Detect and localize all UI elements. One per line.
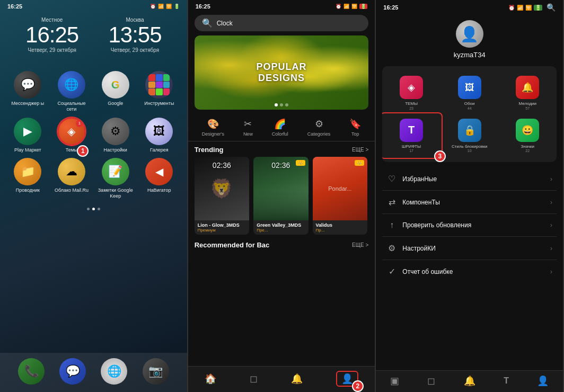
grid-fonts-count: 17 [409, 149, 413, 153]
theme-card-valley[interactable]: 02:36 👑 Green Valley_3MDS Пре... [253, 157, 308, 235]
theme-card-lion[interactable]: 🦁 02:36 Lion - Glow_3MDS Премиум [195, 157, 249, 235]
dot [87, 208, 90, 210]
validus-image: Pondar... [313, 157, 367, 220]
bug-label: Отчет об ошибке [402, 268, 453, 275]
app-cloud[interactable]: ☁ Облако Mail.Ru [52, 158, 91, 199]
nav3-profile[interactable]: 👤 [537, 375, 549, 387]
valley-image: 02:36 [253, 157, 308, 220]
nav-profile[interactable]: 👤 2 [336, 371, 358, 387]
app-notes[interactable]: 📝 Заметки Google Keep [96, 158, 135, 199]
grid-item-fonts[interactable]: T ШРИФТЫ 17 3 [382, 114, 440, 157]
tab-top[interactable]: 🔖 Top [346, 117, 364, 138]
search-bar[interactable]: 🔍 [195, 15, 369, 31]
trending-more[interactable]: ЕЩЕ > [352, 147, 368, 153]
app-navigator[interactable]: ◀ НаВигатор [140, 158, 179, 199]
search-button[interactable]: 🔍 [547, 3, 556, 12]
recommended-title: Recommended for Вас [195, 241, 270, 249]
profile-username: kyzmaT34 [454, 51, 486, 59]
nav3-home[interactable]: ▣ [390, 375, 399, 387]
tab-new[interactable]: ✂ New [240, 117, 256, 138]
components-label: КомпоненТы [402, 199, 439, 206]
components-icon: ⇄ [386, 197, 397, 207]
grid-item-wallpaper[interactable]: 🖼 Обои 44 [440, 72, 499, 114]
valley-name: Green Valley_3MDS [257, 222, 305, 228]
grid-item-lockscreen[interactable]: 🔒 Стиль блокировки 10 [440, 114, 499, 157]
dock-camera[interactable]: 📷 [143, 358, 169, 385]
google-icon: G [102, 71, 129, 99]
dock-phone[interactable]: 📞 [18, 358, 45, 385]
profile-screen: 16:25 ⏰ 📶 🛜 🔋 🔍 👤 kyzmaT34 [376, 0, 564, 392]
nav-notifications[interactable]: 🔔 [291, 373, 303, 385]
app-messenger[interactable]: 💬 Мессенджер ы [8, 71, 47, 112]
dock-messages[interactable]: 💬 [59, 358, 86, 385]
dock: 📞 💬 🌐 📷 [0, 353, 187, 392]
app-playstore[interactable]: ▶ Play Маркет [8, 118, 47, 153]
battery-icon-3: 🔋 [534, 5, 542, 11]
app-settings[interactable]: ⚙ Настройки [96, 118, 135, 153]
search-input[interactable] [217, 20, 362, 27]
battery-icon: 🔋 [174, 4, 180, 9]
app-themes[interactable]: ◈ 1 Темы 1 [52, 118, 91, 153]
app-gallery[interactable]: 🖼 Галерея [140, 118, 179, 153]
hero-sub: DESIGNS [256, 73, 306, 84]
signal-icon: 📶 [158, 4, 164, 9]
valley-gradient [253, 189, 308, 220]
local-clock-label: Местное [25, 17, 78, 23]
theme-card-validus[interactable]: Pondar... 👑 Validus Пр... [313, 157, 367, 235]
status-time-1: 16:25 [7, 3, 22, 10]
menu-updates[interactable]: ↑ Проверить обновления › [382, 214, 557, 237]
tab-categories-label: Categories [307, 131, 331, 137]
dot [98, 208, 100, 210]
updates-chevron: › [550, 221, 552, 229]
categories-icon: ⚙ [315, 118, 323, 130]
dot-active [92, 208, 95, 210]
moscow-clock: Москва 13:55 Четверг, 29 октября [108, 17, 161, 53]
app-tools[interactable]: Инструменты [140, 71, 179, 112]
app-google[interactable]: G Google [96, 71, 135, 112]
status-icons-2: ⏰ 📶 🛜 🔋 [336, 3, 367, 10]
grid-fonts-icon: T [400, 119, 423, 142]
grid-item-ringtone[interactable]: 🔔 Мелодии 57 [498, 72, 557, 114]
validus-sub: Пр... [316, 228, 364, 233]
nav-themes-tab[interactable]: ◻ [250, 373, 258, 385]
tab-colorful[interactable]: 🌈 Colorful [269, 117, 292, 138]
menu-settings[interactable]: ⚙ НастройКИ › [382, 237, 557, 260]
nav3-themes[interactable]: ◻ [427, 375, 435, 387]
grid-item-icons[interactable]: 😀 Значки 22 [498, 114, 557, 157]
status-bar-3: 16:25 ⏰ 📶 🛜 🔋 🔍 [376, 0, 563, 15]
nav3-bell[interactable]: 🔔 [464, 375, 475, 387]
themes-badge: 1 [76, 120, 83, 127]
tab-designers[interactable]: 🎨 Designer's [199, 117, 227, 138]
wifi-icon-3: 🛜 [525, 5, 532, 11]
recommended-more[interactable]: ЕЩЕ > [352, 242, 368, 248]
menu-favorites[interactable]: ♡ ИзбранНые › [382, 167, 557, 191]
nav-home[interactable]: 🏠 [205, 373, 216, 385]
app-label-navigator: НаВигатор [147, 188, 171, 193]
tab-categories[interactable]: ⚙ Categories [304, 117, 334, 138]
local-clock-date: Четверг, 29 октября [25, 47, 78, 53]
grid-item-themes[interactable]: ◈ ТЕМЫ 23 [382, 72, 440, 114]
hero-main: POPULAR [256, 61, 306, 73]
app-files[interactable]: 📁 Проводник [8, 158, 47, 199]
menu-list: ♡ ИзбранНые › ⇄ КомпоненТы › ↑ Проверить… [382, 167, 557, 283]
wifi-icon-2: 🛜 [351, 4, 357, 9]
menu-components[interactable]: ⇄ КомпоненТы › [382, 191, 557, 214]
grid-wallpaper-count: 44 [468, 106, 472, 110]
grid-lockscreen-label: Стиль блокировки [452, 144, 487, 149]
app-social[interactable]: 🌐 Социальные сети [52, 71, 91, 112]
nav3-font[interactable]: T [504, 376, 509, 386]
bug-left: ✓ Отчет об ошибке [386, 266, 453, 277]
avatar: 👤 [456, 20, 483, 48]
colorful-icon: 🌈 [274, 118, 286, 130]
tab-designers-label: Designer's [202, 131, 224, 137]
top-icon: 🔖 [349, 118, 361, 130]
app-label-files: Проводник [16, 188, 40, 193]
dock-chrome[interactable]: 🌐 [101, 358, 127, 385]
settings-label: НастройКИ [402, 245, 436, 252]
menu-bug-report[interactable]: ✓ Отчет об ошибке › [382, 260, 557, 283]
favorites-chevron: › [550, 175, 552, 183]
tools-icon [145, 71, 173, 99]
local-clock: Местное 16:25 Четверг, 29 октября [25, 17, 78, 53]
local-clock-time: 16:25 [25, 24, 78, 46]
favorites-icon: ♡ [386, 174, 397, 184]
